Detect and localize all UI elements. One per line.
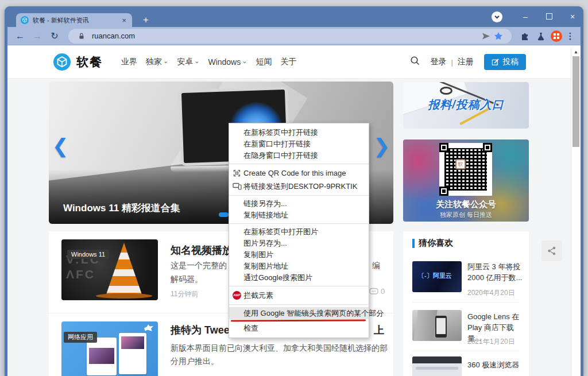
menu-item-copy-image[interactable]: 复制图片 [229,249,369,261]
article-title[interactable]: 推特为 Twee [171,323,230,337]
article-thumbnail-twitter[interactable]: 网络应用 [61,321,158,376]
chevron-down-icon: ⌄ [242,57,247,65]
building-shape [413,310,438,341]
tab-title: 软餐 - 新鲜软件资讯 [33,16,121,25]
menu-item-open-image-new-tab[interactable]: 在新标签页中打开图片 [229,226,369,238]
main-nav: 业界 独家⌄ 安卓⌄ Windows⌄ 短闻 关于 [121,45,296,79]
profile-avatar[interactable] [492,11,502,22]
logo-text: 软餐 [76,54,103,70]
lock-icon [75,32,88,40]
send-to-device-icon [233,182,242,190]
bookmark-star-icon[interactable] [492,32,505,41]
send-tab-icon[interactable] [479,32,492,40]
submit-post-button[interactable]: 投稿 [484,54,526,70]
search-icon[interactable] [410,56,420,68]
menu-item-search-image-google[interactable]: 通过Google搜索图片 [229,272,369,284]
menu-item-save-link-as[interactable]: 链接另存为... [229,198,369,210]
nav-item-exclusive[interactable]: 独家⌄ [146,57,168,67]
banner-glasses-shape [440,87,452,95]
share-nodes-icon [547,246,557,256]
adblock-plus-icon: ABP [233,291,241,300]
login-divider: | [451,58,453,67]
menu-item-send-to-device[interactable]: 将链接发送到DESKTOP-9PRKTIK [229,180,369,193]
article-desc-fragment: 解码器。 [171,274,203,285]
forward-button[interactable]: → [30,31,44,41]
menu-item-copy-link-address[interactable]: 复制链接地址 [229,210,369,221]
chevron-down-icon: ⌄ [163,57,168,65]
orange-extension-icon[interactable] [551,30,562,42]
extensions-puzzle-icon[interactable] [519,32,531,41]
login-link[interactable]: 登录 [431,57,447,67]
logo-cube-icon [53,53,71,71]
article-desc: 新版本界面目前已向澳大利亚、加拿大和美国经随机选择的部分用户推出。 [171,342,392,368]
url-text[interactable]: ruancan.com [92,32,479,40]
carousel-caption[interactable]: Windows 11 精彩报道合集 [63,201,180,215]
menu-item-block-element[interactable]: ABP 拦截元素 [229,289,369,302]
share-button[interactable] [541,241,562,261]
article-title[interactable]: 知名视频播放 [171,243,233,257]
article-comments[interactable]: 0 [369,287,385,296]
browser-tab[interactable]: 软餐 - 新鲜软件资讯 × [16,13,132,27]
menu-item-copy-image-address[interactable]: 复制图片地址 [229,261,369,272]
window-controls: – × [492,6,577,27]
sidebar-submit-banner[interactable]: 报料/投稿入口 [403,82,529,129]
article-thumbnail-vlc[interactable]: V:LCΛFC Windows 11 [61,239,158,300]
banner-text: 报料/投稿入口 [403,97,529,113]
desktop-background: 软餐 - 新鲜软件资讯 × + – × ← → ↻ ruancan.com [0,0,588,376]
back-button[interactable]: ← [13,31,27,41]
browser-titlebar: 软餐 - 新鲜软件资讯 × + – × [5,6,583,27]
reload-button[interactable]: ↻ [48,30,61,41]
article-title-fragment: 上 [374,323,384,337]
suggest-thumb-360browser[interactable] [412,356,462,376]
scrollbar-up-arrow[interactable]: ▲ [571,49,581,55]
tweet-card-shape [119,333,146,374]
flask-extension-icon[interactable] [535,32,547,41]
nav-item-industry[interactable]: 业界 [121,57,137,67]
suggest-title[interactable]: 阿里云 3 年将投2000 亿用于数... [467,261,523,283]
menu-separator [229,286,369,286]
menu-item-save-image-as[interactable]: 图片另存为... [229,238,369,249]
suggest-thumb-aliyun[interactable]: 〔-〕阿里云 [412,261,462,292]
register-link[interactable]: 注册 [458,57,474,67]
browser-window: 软餐 - 新鲜软件资讯 × + – × ← → ↻ ruancan.com [5,6,583,376]
article-desc-fragment: 这是一个完整的 [171,261,227,271]
heading-accent-bar [412,239,415,248]
nav-item-android[interactable]: 安卓⌄ [177,57,199,67]
page-main: Windows 11 精彩报道合集 ❮ ❯ V:LCΛFC Windows 11… [7,79,581,376]
address-bar[interactable]: ruancan.com [68,29,512,44]
site-header: 软餐 业界 独家⌄ 安卓⌄ Windows⌄ 短闻 关于 登录 | 注册 [7,45,581,79]
red-underline-annotation [231,320,366,322]
menu-item-open-link-incognito[interactable]: 在隐身窗口中打开链接 [229,150,369,161]
suggest-title[interactable]: 360 极速浏览器 [467,359,523,370]
nav-item-about[interactable]: 关于 [280,57,296,67]
suggest-thumb-googlelens[interactable] [412,310,462,341]
suggest-divider [412,302,520,303]
minimize-button[interactable]: – [521,12,529,21]
menu-item-open-link-new-window[interactable]: 在新窗口中打开链接 [229,138,369,150]
menu-item-inspect[interactable]: 检查 [229,323,369,334]
nav-item-windows[interactable]: Windows⌄ [208,57,247,67]
menu-separator [229,164,369,164]
tab-close-icon[interactable]: × [121,16,127,25]
close-window-button[interactable]: × [568,12,577,21]
login-register: 登录 | 注册 [431,57,474,67]
menu-separator [229,304,369,305]
browser-menu-icon[interactable]: ⋮ [566,31,575,41]
menu-item-google-lens-search[interactable]: 使用 Google 智能镜头搜索网页的某个部分 [229,307,369,319]
vlc-cone-shape [103,243,145,297]
nav-item-shortnews[interactable]: 短闻 [256,57,272,67]
page-viewport: 软餐 业界 独家⌄ 安卓⌄ Windows⌄ 短闻 关于 登录 | 注册 [7,45,581,376]
carousel-next-arrow[interactable]: ❯ [374,134,390,157]
maximize-button[interactable] [545,12,553,21]
new-tab-button[interactable]: + [139,13,153,27]
site-logo[interactable]: 软餐 [53,53,103,71]
scrollbar-thumb[interactable] [572,56,579,147]
carousel-prev-arrow[interactable]: ❮ [52,134,69,157]
menu-item-create-qr-code[interactable]: Create QR Code for this image [229,166,369,180]
header-actions: 登录 | 注册 投稿 [410,45,526,79]
article-badge: Windows 11 [67,250,109,259]
menu-item-open-link-new-tab[interactable]: 在新标签页中打开链接 [229,127,369,138]
sidebar-qr-card[interactable]: 软 关注软餐公众号 独家原创 每日推送 [403,139,529,222]
page-scrollbar[interactable]: ▲ [571,48,581,376]
carousel-active-dot[interactable] [219,212,229,217]
